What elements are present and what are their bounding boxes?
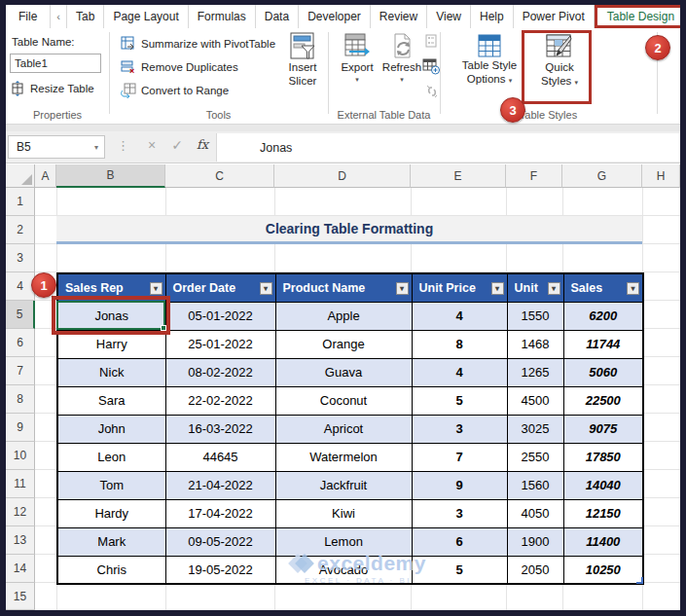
header-unit-price[interactable]: Unit Price▾	[412, 273, 507, 302]
remove-duplicates-button[interactable]: × Remove Duplicates	[121, 59, 238, 75]
cell[interactable]: 19-05-2022	[165, 556, 275, 584]
resize-table-button[interactable]: Resize Table	[10, 81, 94, 96]
cell[interactable]: 1550	[507, 302, 563, 330]
cell[interactable]: 22500	[563, 386, 643, 415]
cell[interactable]: 8	[412, 330, 507, 358]
table-name-input[interactable]	[10, 54, 101, 73]
row-header-5[interactable]: 5	[6, 301, 35, 329]
cell[interactable]: 25-01-2022	[165, 330, 275, 358]
row-header-15[interactable]: 15	[6, 583, 35, 610]
cell[interactable]: Guava	[275, 358, 412, 386]
cell[interactable]: 12150	[563, 499, 643, 527]
cell[interactable]: Nick	[57, 358, 165, 386]
column-header-f[interactable]: F	[506, 164, 562, 188]
column-header-c[interactable]: C	[165, 164, 274, 188]
cell[interactable]: Lemon	[275, 527, 412, 556]
filter-button[interactable]: ▾	[627, 282, 639, 295]
filter-button[interactable]: ▾	[260, 282, 272, 295]
cell[interactable]: 09-05-2022	[165, 527, 275, 556]
table-style-options-button[interactable]: Table Style Options ▾	[452, 32, 526, 87]
cell[interactable]: 22-02-2022	[165, 386, 275, 415]
row-header-10[interactable]: 10	[6, 442, 35, 470]
select-all-button[interactable]	[6, 164, 35, 188]
tab-table-design[interactable]: Table Design	[595, 5, 686, 28]
header-order-date[interactable]: Order Date▾	[165, 273, 275, 302]
cell[interactable]: 11744	[563, 330, 643, 358]
cell[interactable]: Kiwi	[275, 499, 412, 527]
cell[interactable]: 4	[412, 302, 507, 330]
refresh-button[interactable]: Refresh ▾	[380, 32, 423, 83]
cell[interactable]: 3	[412, 415, 507, 443]
cell[interactable]: 1265	[507, 358, 563, 386]
cell[interactable]: 5	[412, 556, 507, 584]
tab-file[interactable]: File	[6, 5, 51, 28]
sheet-title-cell[interactable]: Clearing Table Formatting	[56, 216, 642, 244]
row-header-2[interactable]: 2	[6, 216, 35, 244]
cell[interactable]: Apple	[275, 302, 412, 330]
enter-check-icon[interactable]: ✓	[167, 137, 187, 153]
cancel-icon[interactable]: ×	[142, 137, 162, 153]
header-sales[interactable]: Sales▾	[563, 273, 643, 302]
cell[interactable]: 5	[412, 386, 507, 415]
cell[interactable]: 21-04-2022	[165, 471, 275, 499]
row-header-8[interactable]: 8	[6, 385, 35, 414]
table-resize-handle[interactable]	[636, 577, 643, 584]
row-header-7[interactable]: 7	[6, 357, 35, 385]
cell[interactable]: Coconut	[275, 386, 412, 415]
row-header-1[interactable]: 1	[6, 188, 35, 216]
cell[interactable]: Leon	[57, 443, 165, 471]
row-header-14[interactable]: 14	[6, 555, 35, 583]
convert-to-range-button[interactable]: Convert to Range	[121, 83, 229, 98]
summarize-with-pivottable-button[interactable]: Summarize with PivotTable	[121, 36, 275, 52]
column-header-e[interactable]: E	[411, 164, 506, 188]
cell[interactable]: 44645	[165, 443, 275, 471]
cell[interactable]: Hardy	[57, 499, 165, 527]
collapse-ribbon-icon[interactable]: ‹	[51, 5, 67, 28]
cell[interactable]: 11400	[563, 527, 643, 556]
tab-review[interactable]: Review	[371, 5, 427, 28]
open-in-browser-icon[interactable]	[422, 57, 440, 75]
tab-power-pivot[interactable]: Power Pivot	[514, 5, 595, 28]
row-header-11[interactable]: 11	[6, 470, 35, 498]
column-header-a[interactable]: A	[35, 164, 56, 188]
header-product-name[interactable]: Product Name▾	[275, 273, 412, 302]
unlink-icon[interactable]	[423, 83, 441, 100]
cell[interactable]: 4	[412, 358, 507, 386]
formula-input[interactable]: Jonas	[216, 133, 680, 162]
header-sales-rep[interactable]: Sales Rep▾	[57, 273, 165, 302]
cell[interactable]: 9075	[563, 415, 643, 443]
filter-button[interactable]: ▾	[150, 282, 162, 295]
column-header-d[interactable]: D	[274, 164, 411, 188]
cell[interactable]: 08-02-2022	[165, 358, 275, 386]
cell[interactable]: Watermelon	[275, 443, 412, 471]
formula-bar-drag-dots-icon[interactable]: ⋮	[117, 138, 129, 153]
cell[interactable]: 3	[412, 499, 507, 527]
cell[interactable]: 1468	[507, 330, 563, 358]
cell[interactable]: 4500	[507, 386, 563, 415]
cell[interactable]: Tom	[57, 471, 165, 499]
cell[interactable]: 3025	[507, 415, 563, 443]
row-header-3[interactable]: 3	[6, 244, 35, 272]
cell[interactable]: 6200	[563, 302, 643, 330]
tab-data[interactable]: Data	[256, 5, 299, 28]
filter-button[interactable]: ▾	[548, 282, 560, 295]
insert-slicer-button[interactable]: Insert Slicer	[280, 32, 325, 89]
cell[interactable]: Jackfruit	[275, 471, 412, 499]
cell[interactable]: 14040	[563, 471, 643, 499]
properties-icon[interactable]	[424, 34, 438, 48]
column-header-h[interactable]: H	[642, 164, 680, 188]
header-unit[interactable]: Unit▾	[507, 273, 563, 302]
cell[interactable]: Sara	[57, 386, 165, 415]
cell[interactable]: Apricot	[275, 415, 412, 443]
tab-help[interactable]: Help	[471, 5, 514, 28]
cell[interactable]: 10250	[563, 556, 643, 584]
filter-button[interactable]: ▾	[491, 282, 504, 295]
tab-tab[interactable]: Tab	[67, 5, 104, 28]
cell[interactable]: 5060	[563, 358, 643, 386]
cell[interactable]: Mark	[57, 527, 165, 556]
cell[interactable]: 17-04-2022	[165, 499, 275, 527]
cell[interactable]: Chris	[57, 556, 165, 584]
filter-button[interactable]: ▾	[396, 282, 409, 295]
tab-view[interactable]: View	[427, 5, 471, 28]
cell[interactable]: 17850	[563, 443, 643, 471]
